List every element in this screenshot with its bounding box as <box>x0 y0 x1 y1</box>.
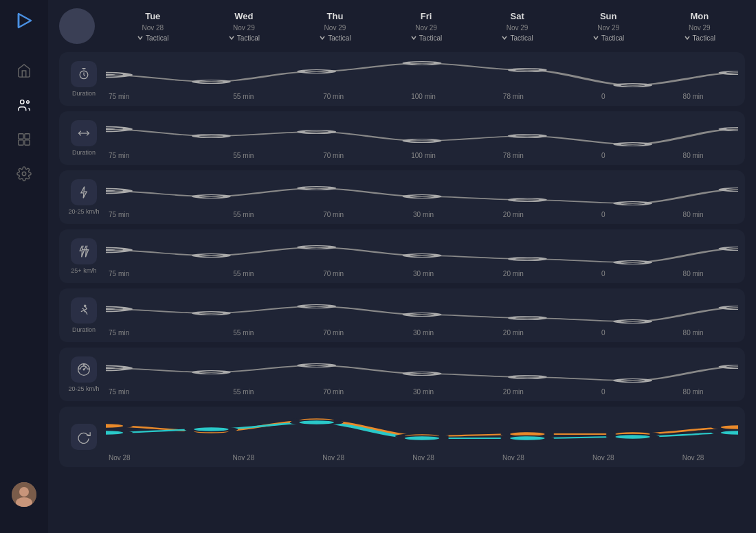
metric-icon-4 <box>71 297 97 324</box>
day-tag[interactable]: Tactical <box>319 34 351 42</box>
metric-value: 75 min <box>106 329 199 337</box>
svg-point-75 <box>400 436 444 441</box>
day-tag[interactable]: Tactical <box>684 34 715 42</box>
day-col-4: Sat Nov 29 Tactical <box>471 11 563 42</box>
svg-point-78 <box>716 431 738 435</box>
bottom-dates-row: Nov 28Nov 28Nov 28Nov 28Nov 28Nov 28Nov … <box>106 454 738 462</box>
metric-value: 20 min <box>468 270 558 277</box>
day-date: Nov 29 <box>507 24 529 32</box>
day-col-6: Mon Nov 29 Tactical <box>654 11 745 42</box>
svg-point-10 <box>19 487 29 497</box>
metric-sub-label-5: 20-25 km/h <box>68 385 99 392</box>
svg-point-39 <box>106 249 115 251</box>
bottom-chart-area: Nov 28Nov 28Nov 28Nov 28Nov 28Nov 28Nov … <box>106 412 738 462</box>
metric-value: 75 min <box>106 152 199 159</box>
metric-value: 55 min <box>199 270 289 277</box>
metric-value: 30 min <box>379 211 469 218</box>
bottom-date: Nov 28 <box>468 454 558 462</box>
day-col-3: Fri Nov 29 Tactical <box>381 11 472 42</box>
day-name: Sat <box>510 11 524 21</box>
chart-svg-5 <box>106 353 738 387</box>
metric-value: 80 min <box>648 270 738 277</box>
bottom-date: Nov 28 <box>199 454 289 462</box>
metric-row-0: Duration 75 min55 min70 min100 min78 min… <box>59 52 745 106</box>
metric-icon-col-4: Duration <box>66 297 102 333</box>
metric-value: 55 min <box>199 152 289 159</box>
metrics-area: Duration 75 min55 min70 min100 min78 min… <box>59 52 745 525</box>
day-tag[interactable]: Tactical <box>137 34 168 42</box>
chart-svg-0 <box>106 58 738 91</box>
day-columns: Tue Nov 28 Tactical Wed Nov 29 Tactical … <box>107 11 745 42</box>
day-tag[interactable]: Tactical <box>228 34 260 42</box>
metric-chart-area-1: 75 min55 min70 min100 min78 min080 min <box>106 117 738 159</box>
value-row-4: 75 min55 min70 min30 min20 min080 min <box>106 329 738 337</box>
svg-point-3 <box>27 101 30 104</box>
value-row-5: 75 min55 min70 min30 min20 min080 min <box>106 388 738 396</box>
day-date: Nov 29 <box>233 24 255 32</box>
metric-value: 0 <box>558 388 648 396</box>
metric-value: 30 min <box>379 388 469 396</box>
sidebar-item-team[interactable] <box>0 124 48 158</box>
svg-rect-5 <box>25 134 30 139</box>
bottom-metric-row: Nov 28Nov 28Nov 28Nov 28Nov 28Nov 28Nov … <box>59 407 745 467</box>
bottom-chart-svg <box>106 412 738 453</box>
metric-value: 20 min <box>468 211 558 218</box>
sidebar-item-dashboard[interactable] <box>0 55 48 89</box>
metric-sub-label-2: 20-25 km/h <box>68 208 99 215</box>
metric-icon-col-5: 20-25 km/h <box>66 356 102 392</box>
svg-point-14 <box>106 74 115 76</box>
metric-row-5: 20-25 km/h 75 min55 min70 min30 min20 mi… <box>59 348 745 401</box>
metric-value: 70 min <box>289 270 379 277</box>
bottom-date: Nov 28 <box>106 454 199 462</box>
metric-chart-area-5: 75 min55 min70 min30 min20 min080 min <box>106 353 738 396</box>
day-name: Thu <box>327 11 344 21</box>
value-row-0: 75 min55 min70 min100 min78 min080 min <box>106 93 738 100</box>
metric-value: 100 min <box>379 93 469 100</box>
metric-icon-col-1: Duration <box>66 120 102 156</box>
metric-value: 0 <box>558 270 648 277</box>
metric-value: 75 min <box>106 93 199 100</box>
bottom-date: Nov 28 <box>379 454 469 462</box>
metric-value: 70 min <box>289 152 379 159</box>
svg-point-73 <box>189 427 233 432</box>
day-date: Nov 29 <box>597 24 619 32</box>
bottom-icon-col <box>66 424 102 450</box>
svg-marker-0 <box>19 14 31 27</box>
svg-point-58 <box>106 367 115 370</box>
svg-rect-7 <box>25 140 30 145</box>
metric-value: 78 min <box>468 93 558 100</box>
avatar <box>12 482 36 507</box>
bottom-date: Nov 28 <box>648 454 738 462</box>
metric-value: 0 <box>558 152 648 159</box>
metric-sub-label-4: Duration <box>72 326 96 333</box>
metric-value: 70 min <box>289 388 379 396</box>
metric-value: 0 <box>558 329 648 337</box>
svg-point-71 <box>716 425 738 430</box>
svg-rect-6 <box>19 140 23 145</box>
day-tag[interactable]: Tactical <box>501 34 533 42</box>
day-tag[interactable]: Tactical <box>592 34 624 42</box>
day-col-0: Tue Nov 28 Tactical <box>107 11 199 42</box>
metric-value: 80 min <box>648 93 738 100</box>
user-profile[interactable] <box>12 482 36 522</box>
metric-chart-area-3: 75 min55 min70 min30 min20 min080 min <box>106 235 738 277</box>
sidebar-item-setting[interactable] <box>0 158 48 192</box>
metric-chart-area-0: 75 min55 min70 min100 min78 min080 min <box>106 58 738 100</box>
value-row-2: 75 min55 min70 min30 min20 min080 min <box>106 211 738 218</box>
metric-value: 80 min <box>648 152 738 159</box>
metric-value: 20 min <box>468 329 558 337</box>
metric-row-4: Duration 75 min55 min70 min30 min20 min0… <box>59 288 745 342</box>
day-col-1: Wed Nov 29 Tactical <box>199 11 290 42</box>
metric-icon-5 <box>71 356 97 383</box>
day-date: Nov 29 <box>415 24 437 32</box>
metric-sub-label-0: Duration <box>72 90 96 97</box>
chart-svg-3 <box>106 235 738 269</box>
value-row-3: 75 min55 min70 min30 min20 min080 min <box>106 270 738 277</box>
svg-point-23 <box>106 128 115 131</box>
day-tag[interactable]: Tactical <box>410 34 442 42</box>
chart-svg-4 <box>106 294 738 328</box>
sidebar-item-players[interactable] <box>0 89 48 124</box>
metric-value: 75 min <box>106 211 199 218</box>
metric-row-3: 25+ km/h 75 min55 min70 min30 min20 min0… <box>59 229 745 283</box>
metric-value: 55 min <box>199 388 289 396</box>
